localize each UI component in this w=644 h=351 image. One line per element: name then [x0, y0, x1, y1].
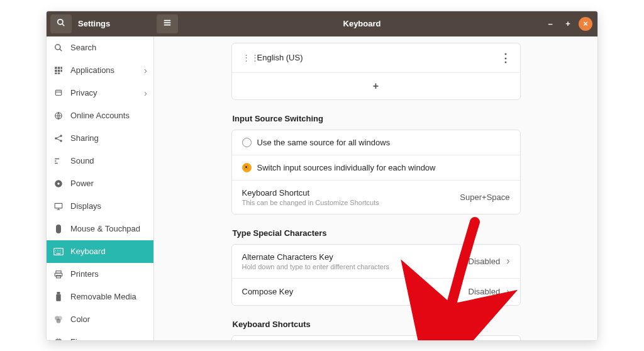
printer-icon	[53, 269, 64, 280]
input-sources-list: ⋮⋮ English (US) ⋮ +	[231, 43, 521, 100]
maximize-button[interactable]: +	[561, 17, 575, 31]
hamburger-icon	[163, 18, 172, 29]
compose-key-row[interactable]: Compose Key Disabled ›	[232, 279, 520, 305]
shortcut-subtitle: This can be changed in Customize Shortcu…	[242, 199, 454, 206]
globe-icon	[53, 110, 64, 121]
switching-list: Use the same source for all windows Swit…	[231, 130, 521, 214]
search-icon	[53, 42, 64, 53]
alternate-characters-row[interactable]: Alternate Characters Key Hold down and t…	[232, 245, 520, 279]
sidebar-item-keyboard[interactable]: Keyboard	[47, 240, 153, 263]
shortcuts-list: Customize Shortcuts ›	[231, 335, 521, 340]
sidebar-item-label: Power	[70, 179, 94, 188]
chevron-right-icon: ›	[144, 65, 147, 75]
power-icon	[53, 178, 64, 189]
sidebar-item-privacy[interactable]: Privacy ›	[47, 82, 153, 104]
radio-icon	[242, 138, 252, 147]
sidebar-item-label: Printers	[70, 269, 99, 279]
customize-shortcuts-row[interactable]: Customize Shortcuts ›	[232, 336, 520, 340]
alt-chars-value: Disabled	[469, 257, 501, 266]
compose-title: Compose Key	[242, 287, 462, 296]
svg-rect-5	[55, 69, 57, 72]
sidebar-item-label: Color	[70, 315, 90, 324]
titlebar: Settings Keyboard – + ×	[47, 11, 597, 36]
sidebar-item-label: Privacy	[70, 88, 97, 98]
minimize-icon: –	[548, 19, 552, 28]
sidebar: Search Applications › Privacy › Online A…	[47, 36, 154, 340]
color-icon	[53, 314, 64, 325]
sound-icon	[53, 155, 64, 167]
mouse-icon	[53, 223, 64, 235]
sidebar-item-label: Sound	[70, 156, 94, 165]
svg-point-27	[57, 318, 61, 323]
radio-same-source[interactable]: Use the same source for all windows	[232, 130, 520, 155]
plus-icon: +	[373, 81, 379, 92]
chip-icon	[53, 337, 64, 340]
chevron-right-icon: ›	[506, 286, 509, 298]
grid-icon	[53, 65, 64, 76]
sidebar-item-firmware[interactable]: Firmware	[47, 331, 153, 340]
sidebar-item-label: Online Accounts	[70, 111, 130, 120]
sidebar-item-label: Keyboard	[70, 247, 106, 256]
sidebar-item-mouse-touchpad[interactable]: Mouse & Touchpad	[47, 218, 153, 240]
main-panel: ⋮⋮ English (US) ⋮ + Input Source Switchi…	[154, 36, 597, 340]
alt-chars-title: Alternate Characters Key	[242, 252, 462, 262]
sidebar-item-sound[interactable]: Sound	[47, 150, 153, 172]
input-source-row[interactable]: ⋮⋮ English (US) ⋮	[232, 43, 520, 73]
hamburger-menu-button[interactable]	[157, 14, 178, 33]
svg-point-0	[58, 20, 63, 25]
chevron-right-icon: ›	[506, 255, 509, 267]
radio-individual-source[interactable]: Switch input sources individually for ea…	[232, 155, 520, 181]
sidebar-item-label: Sharing	[70, 133, 99, 143]
close-button[interactable]: ×	[579, 17, 592, 31]
more-menu-button[interactable]: ⋮	[500, 51, 510, 65]
sidebar-item-sharing[interactable]: Sharing	[47, 127, 153, 150]
window-body: Search Applications › Privacy › Online A…	[47, 36, 597, 340]
svg-rect-6	[58, 69, 60, 72]
svg-point-16	[57, 182, 60, 185]
shield-icon	[53, 87, 64, 99]
shortcut-value: Super+Space	[460, 192, 509, 202]
sidebar-item-online-accounts[interactable]: Online Accounts	[47, 104, 153, 127]
svg-rect-18	[56, 225, 61, 233]
shortcut-info-row: Keyboard Shortcut This can be changed in…	[232, 181, 520, 214]
usb-icon	[53, 291, 64, 303]
svg-rect-4	[61, 67, 62, 69]
sidebar-item-printers[interactable]: Printers	[47, 263, 153, 286]
svg-rect-2	[55, 67, 57, 69]
section-heading-switching: Input Source Switching	[233, 114, 521, 123]
sidebar-item-power[interactable]: Power	[47, 172, 153, 195]
sidebar-item-label: Firmware	[70, 337, 104, 340]
sidebar-item-label: Displays	[70, 201, 101, 211]
radio-label: Use the same source for all windows	[257, 138, 510, 147]
sidebar-item-search[interactable]: Search	[47, 36, 153, 59]
radio-icon	[242, 163, 252, 172]
svg-rect-23	[57, 292, 60, 294]
sidebar-item-label: Search	[70, 43, 96, 52]
alt-chars-subtitle: Hold down and type to enter different ch…	[242, 263, 462, 270]
section-heading-special: Type Special Characters	[233, 228, 521, 238]
drag-handle-icon[interactable]: ⋮⋮	[242, 56, 257, 59]
search-button[interactable]	[50, 14, 72, 33]
share-icon	[53, 133, 64, 144]
sidebar-item-label: Mouse & Touchpad	[70, 224, 140, 233]
minimize-button[interactable]: –	[543, 17, 557, 31]
sidebar-item-displays[interactable]: Displays	[47, 195, 153, 218]
search-icon	[57, 18, 65, 29]
sidebar-item-color[interactable]: Color	[47, 308, 153, 331]
add-input-source-button[interactable]: +	[232, 73, 520, 99]
sidebar-item-label: Removable Media	[70, 292, 136, 301]
close-icon: ×	[583, 19, 588, 28]
keyboard-icon	[53, 246, 64, 257]
svg-rect-9	[58, 72, 60, 74]
shortcut-title: Keyboard Shortcut	[242, 188, 454, 198]
compose-value: Disabled	[469, 287, 501, 296]
svg-rect-28	[56, 339, 61, 340]
sidebar-item-applications[interactable]: Applications ›	[47, 59, 153, 82]
chevron-right-icon: ›	[144, 87, 147, 98]
maximize-icon: +	[565, 19, 570, 28]
sidebar-item-label: Applications	[70, 65, 114, 75]
sidebar-item-removable-media[interactable]: Removable Media	[47, 286, 153, 308]
settings-window: Settings Keyboard – + ×	[46, 11, 598, 341]
app-title: Settings	[78, 19, 110, 28]
svg-point-1	[55, 44, 60, 49]
